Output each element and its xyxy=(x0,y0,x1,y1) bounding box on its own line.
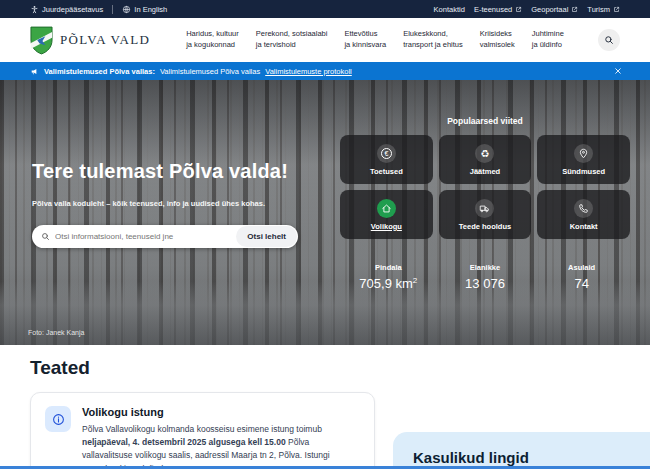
hero-banner: Tere tulemast Põlva valda! Põlva valla k… xyxy=(0,80,650,345)
nav-item-juhtimine[interactable]: Juhtimine ja üldinfo xyxy=(532,29,564,51)
popular-links-panel: Populaarsed viited € Toetused ♻ Jäätmed … xyxy=(340,116,630,291)
photo-credit: Foto: Janek Kanja xyxy=(28,329,84,336)
globe-icon xyxy=(122,5,131,14)
topbar-link-label: Kontaktid xyxy=(434,5,465,14)
stat-label: Asulaid xyxy=(533,263,630,272)
logo-wordmark: PÕLVA VALD xyxy=(60,32,150,48)
nav-label-line: transport ja ehitus xyxy=(403,40,463,49)
stat-value: 13 076 xyxy=(437,276,534,291)
utility-bar-right: Kontaktid E-teenused Geoportaal Turism xyxy=(434,5,620,14)
stat-label: Elanikke xyxy=(437,263,534,272)
notice-title: Volikogu istung xyxy=(82,406,360,418)
stat-pindala: Pindala 705,9 km2 xyxy=(340,263,437,291)
accessibility-icon xyxy=(30,5,39,14)
hero-title: Tere tulemast Põlva valda! xyxy=(32,160,288,183)
topbar-link-kontaktid[interactable]: Kontaktid xyxy=(434,5,465,14)
nav-item-ettevotlus[interactable]: Ettevõtlus ja kinnisvara xyxy=(344,29,386,51)
phone-icon xyxy=(574,199,593,218)
nav-item-elukeskkond[interactable]: Elukeskkond, transport ja ehitus xyxy=(403,29,463,51)
tile-label: Toetused xyxy=(370,167,403,176)
main-nav: Haridus, kultuur ja kogukonnad Perekond,… xyxy=(186,29,586,51)
nav-label-line: ja üldinfo xyxy=(532,40,562,49)
topbar-link-turism[interactable]: Turism xyxy=(587,5,620,14)
recycle-icon: ♻ xyxy=(475,144,494,163)
quick-link-tiles: € Toetused ♻ Jäätmed Sündmused xyxy=(340,135,630,239)
nav-item-kriisideks[interactable]: Kriisideks valmisolek xyxy=(480,29,515,51)
nav-label-line: Perekond, sotsiaalabi xyxy=(256,29,328,38)
tile-volikogu[interactable]: Volikogu xyxy=(340,190,433,239)
site-logo[interactable]: PÕLVA VALD xyxy=(30,26,150,55)
municipality-stats: Pindala 705,9 km2 Elanikke 13 076 Asulai… xyxy=(340,263,630,291)
nav-item-haridus[interactable]: Haridus, kultuur ja kogukonnad xyxy=(186,29,239,51)
truck-icon xyxy=(475,199,494,218)
nav-label-line: Juhtimine xyxy=(532,29,564,38)
section-heading-teated: Teated xyxy=(30,357,90,379)
search-icon xyxy=(604,35,614,45)
info-icon xyxy=(45,406,71,432)
tile-kontakt[interactable]: Kontakt xyxy=(537,190,630,239)
tile-label: Kontakt xyxy=(570,222,598,231)
topbar-divider xyxy=(112,5,113,14)
hero-search-input[interactable] xyxy=(50,232,235,241)
topbar-link-label: E-teenused xyxy=(474,5,512,14)
tile-label: Sündmused xyxy=(562,167,605,176)
tile-label: Volikogu xyxy=(371,222,402,231)
stat-number: 705,9 km xyxy=(359,276,412,291)
external-link-icon xyxy=(515,6,522,13)
hero-search-bar: Otsi lehelt xyxy=(32,225,298,248)
stat-value: 705,9 km2 xyxy=(340,276,437,291)
language-link[interactable]: In English xyxy=(122,5,167,14)
tile-label: Teede hooldus xyxy=(459,222,511,231)
topbar-link-label: Geoportaal xyxy=(531,5,568,14)
stat-number: 13 076 xyxy=(465,276,505,291)
useful-links-heading: Kasulikud lingid xyxy=(413,449,650,466)
nav-label-line: ja kogukonnad xyxy=(186,40,235,49)
close-icon xyxy=(614,67,622,75)
notice-body-text: Põlva Vallavolikogu kolmanda koosseisu e… xyxy=(82,424,322,434)
header-search-button[interactable] xyxy=(598,29,620,51)
euro-icon: € xyxy=(377,144,396,163)
alert-close-button[interactable] xyxy=(614,67,622,75)
notice-body-bold: neljapäeval, 4. detsembril 2025 algusega… xyxy=(82,437,286,447)
stat-number: 74 xyxy=(574,276,588,291)
nav-label-line: Elukeskkond, xyxy=(403,29,448,38)
nav-label-line: Haridus, kultuur xyxy=(186,29,239,38)
tile-jaatmed[interactable]: ♻ Jäätmed xyxy=(439,135,532,184)
nav-label-line: ja tervishoid xyxy=(256,40,296,49)
tile-toetused[interactable]: € Toetused xyxy=(340,135,433,184)
alert-bar: Valimistulemused Põlva vallas: Valimistu… xyxy=(0,62,650,80)
nav-label-line: ja kinnisvara xyxy=(344,40,386,49)
external-link-icon xyxy=(571,6,578,13)
nav-label-line: valmisolek xyxy=(480,40,515,49)
alert-protocol-link[interactable]: Valimistulemuste protokoll xyxy=(265,67,352,76)
utility-bar: Juurdepääsetavus In English Kontaktid E-… xyxy=(0,0,650,18)
alert-text: Valimistulemused Põlva vallas xyxy=(160,67,260,76)
popular-links-heading: Populaarsed viited xyxy=(340,116,630,126)
notice-body: Põlva Vallavolikogu kolmanda koosseisu e… xyxy=(82,423,360,469)
accessibility-label: Juurdepääsetavus xyxy=(42,5,103,14)
hero-search-submit-button[interactable]: Otsi lehelt xyxy=(236,226,297,247)
topbar-link-geoportaal[interactable]: Geoportaal xyxy=(531,5,578,14)
utility-bar-left: Juurdepääsetavus In English xyxy=(30,5,167,14)
topbar-link-eteenused[interactable]: E-teenused xyxy=(474,5,522,14)
topbar-link-label: Turism xyxy=(587,5,610,14)
coat-of-arms-icon xyxy=(30,26,53,55)
tile-sundmused[interactable]: Sündmused xyxy=(537,135,630,184)
notice-card-volikogu-istung[interactable]: Volikogu istung Põlva Vallavolikogu kolm… xyxy=(30,392,375,469)
stat-superscript: 2 xyxy=(413,276,417,285)
announcement-icon xyxy=(30,67,39,76)
nav-label-line: Ettevõtlus xyxy=(344,29,377,38)
site-header: PÕLVA VALD Haridus, kultuur ja kogukonna… xyxy=(0,18,650,62)
search-icon xyxy=(41,232,50,241)
stat-asulaid: Asulaid 74 xyxy=(533,263,630,291)
nav-item-perekond[interactable]: Perekond, sotsiaalabi ja tervishoid xyxy=(256,29,328,51)
stat-elanikke: Elanikke 13 076 xyxy=(437,263,534,291)
useful-links-panel: Kasulikud lingid xyxy=(393,432,650,469)
language-label: In English xyxy=(134,5,167,14)
external-link-icon xyxy=(613,6,620,13)
accessibility-link[interactable]: Juurdepääsetavus xyxy=(30,5,103,14)
nav-label-line: Kriisideks xyxy=(480,29,512,38)
tile-teede-hooldus[interactable]: Teede hooldus xyxy=(439,190,532,239)
stat-label: Pindala xyxy=(340,263,437,272)
stat-value: 74 xyxy=(533,276,630,291)
